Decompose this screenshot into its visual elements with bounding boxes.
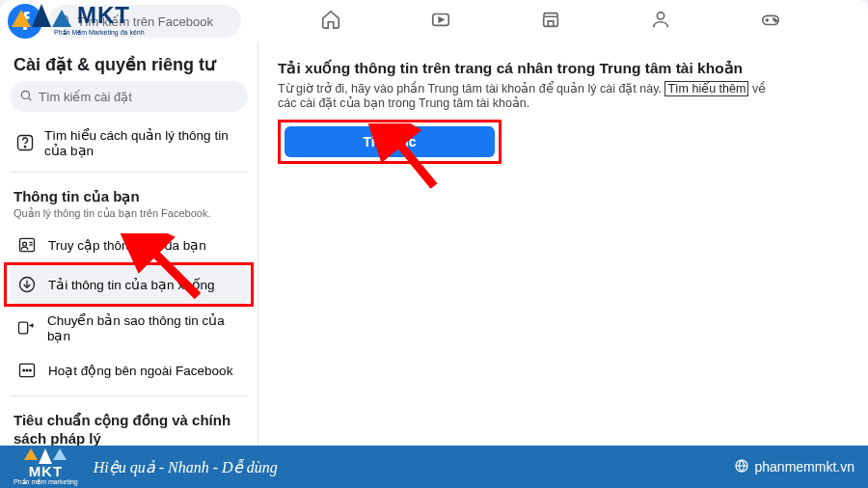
svg-point-16: [23, 242, 27, 246]
red-highlight-continue: Tiếp tục: [278, 120, 502, 164]
tab-video[interactable]: [420, 4, 462, 39]
mkt-logo-icon: [12, 4, 71, 27]
mkt-watermark: MKT Phần Mềm Marketing đa kênh: [12, 2, 130, 29]
globe-icon: [734, 458, 749, 476]
sidebar-item-label: Tìm hiểu cách quản lý thông tin của bạn: [44, 127, 242, 158]
svg-point-5: [657, 13, 664, 19]
tab-gaming[interactable]: [749, 4, 792, 39]
svg-point-22: [23, 369, 25, 371]
svg-point-11: [21, 91, 29, 98]
sidebar-search[interactable]: Tìm kiếm cài đặt: [10, 81, 248, 112]
sidebar-item-label: Tải thông tin của bạn xuống: [48, 277, 215, 292]
continue-button-label: Tiếp tục: [363, 134, 416, 149]
page-description: Từ giờ trở đi, hãy vào phần Trung tâm tà…: [278, 81, 779, 110]
question-icon: [15, 131, 35, 154]
groups-icon: [650, 9, 671, 34]
top-tabs: [241, 4, 860, 39]
sidebar-item-label: Hoạt động bên ngoài Facebook: [48, 363, 232, 378]
download-icon: [15, 273, 39, 296]
gaming-icon: [760, 9, 781, 34]
footer-banner: MKT Phần mềm marketing Hiệu quả - Nhanh …: [0, 446, 868, 488]
section1-subtitle: Quản lý thông tin của bạn trên Facebook.: [10, 207, 248, 226]
video-icon: [430, 9, 451, 34]
banner-site-text: phanmemmkt.vn: [755, 459, 854, 474]
learn-more-link[interactable]: Tìm hiểu thêm: [665, 81, 748, 96]
sidebar-title: Cài đặt & quyền riêng tư: [10, 50, 248, 81]
divider: [10, 172, 248, 173]
sidebar-item-off-facebook[interactable]: Hoạt động bên ngoài Facebook: [10, 351, 248, 390]
banner-logo-text: MKT: [29, 464, 64, 478]
tab-groups[interactable]: [639, 4, 682, 39]
continue-button[interactable]: Tiếp tục: [285, 126, 495, 157]
svg-line-12: [29, 97, 32, 100]
section1-title: Thông tin của bạn: [10, 178, 248, 207]
settings-sidebar: Cài đặt & quyền riêng tư Tìm kiếm cài đặ…: [0, 42, 258, 446]
sidebar-search-placeholder: Tìm kiếm cài đặt: [39, 90, 132, 104]
store-icon: [540, 9, 561, 34]
svg-rect-20: [19, 322, 28, 334]
red-highlight-download: Tải thông tin của bạn xuống: [4, 262, 254, 307]
sidebar-item-download-info[interactable]: Tải thông tin của bạn xuống: [10, 265, 248, 304]
sidebar-item-label: Truy cập thông tin của bạn: [48, 237, 206, 253]
svg-point-23: [26, 369, 28, 371]
mkt-subtitle: Phần Mềm Marketing đa kênh: [54, 29, 145, 37]
sidebar-item-manage-info[interactable]: Tìm hiểu cách quản lý thông tin của bạn: [10, 120, 248, 166]
page-title: Tải xuống thông tin trên trang cá nhân t…: [278, 60, 849, 77]
activity-icon: [15, 359, 39, 382]
sidebar-item-transfer-copy[interactable]: Chuyển bản sao thông tin của bạn: [10, 305, 248, 351]
tab-home[interactable]: [310, 4, 352, 39]
banner-tagline: Hiệu quả - Nhanh - Dễ dùng: [94, 458, 278, 476]
home-icon: [320, 9, 341, 34]
section2-title: Tiêu chuẩn cộng đồng và chính sách pháp …: [10, 402, 248, 446]
svg-point-14: [24, 147, 25, 148]
mkt-brand-text: MKT: [77, 2, 130, 29]
divider: [10, 395, 248, 396]
search-icon: [19, 89, 33, 105]
svg-marker-3: [439, 17, 444, 22]
transfer-icon: [15, 316, 38, 339]
svg-point-24: [30, 369, 32, 371]
person-info-icon: [15, 233, 39, 257]
tab-marketplace[interactable]: [529, 4, 572, 39]
banner-site[interactable]: phanmemmkt.vn: [734, 458, 854, 476]
svg-point-10: [775, 20, 777, 22]
banner-logo-sub: Phần mềm marketing: [14, 478, 78, 485]
sidebar-item-access-info[interactable]: Truy cập thông tin của bạn: [10, 226, 248, 264]
sidebar-item-label: Chuyển bản sao thông tin của bạn: [47, 312, 242, 343]
main-content: Tải xuống thông tin trên trang cá nhân t…: [258, 42, 868, 446]
banner-mkt-logo: MKT Phần mềm marketing: [14, 448, 78, 485]
